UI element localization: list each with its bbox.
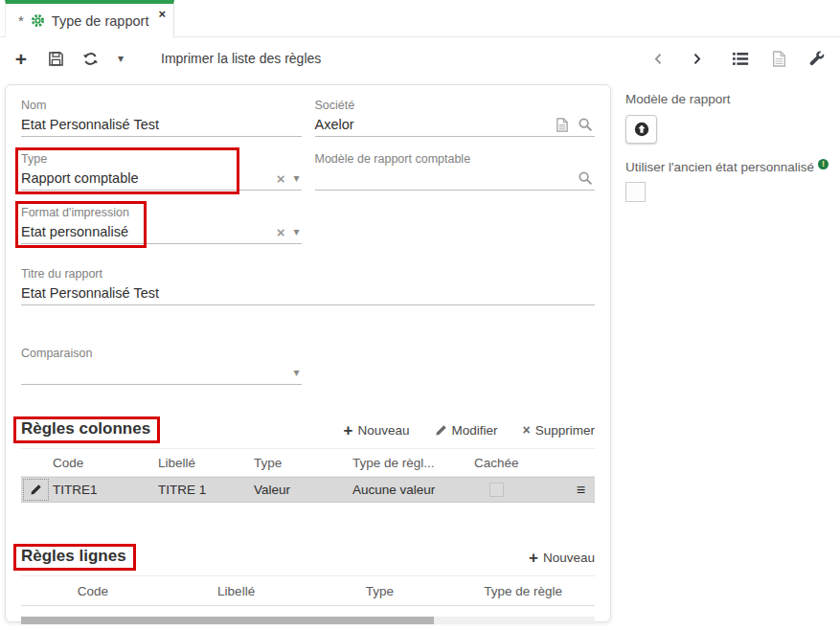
colonnes-edit-button[interactable]: Modifier xyxy=(435,423,498,438)
field-modele-comptable: Modèle de rapport comptable xyxy=(315,152,596,191)
horizontal-scrollbar[interactable] xyxy=(21,617,595,624)
side-panel: Modèle de rapport Utiliser l'ancien état… xyxy=(625,92,834,202)
edit-button-label: Modifier xyxy=(452,423,498,438)
titre-value: Etat Personnalisé Test xyxy=(21,285,595,301)
comparaison-label: Comparaison xyxy=(21,347,302,361)
scrollbar-thumb[interactable] xyxy=(21,617,434,624)
clear-icon[interactable]: × xyxy=(277,171,285,186)
ancien-etat-checkbox[interactable] xyxy=(625,182,646,202)
societe-value: Axelor xyxy=(315,117,556,132)
regles-lignes-header: Règles lignes + Nouveau xyxy=(21,544,595,576)
regles-lignes-title: Règles lignes xyxy=(13,544,136,571)
colonnes-delete-button[interactable]: × Supprimer xyxy=(523,423,595,438)
field-type: Type Rapport comptable × ▾ xyxy=(21,152,302,191)
search-icon[interactable] xyxy=(578,117,593,132)
cachee-checkbox[interactable] xyxy=(489,483,504,497)
save-icon xyxy=(48,51,64,67)
upload-arrow-icon xyxy=(634,122,649,137)
plus-icon: + xyxy=(344,422,353,439)
type-label: Type xyxy=(21,152,302,167)
plus-icon: + xyxy=(15,49,27,69)
search-icon[interactable] xyxy=(578,170,593,186)
modele-comptable-label: Modèle de rapport comptable xyxy=(315,152,596,167)
col-header-code[interactable]: Code xyxy=(21,584,165,598)
format-impression-value: Etat personnalisé xyxy=(21,224,277,239)
attachment-page-icon[interactable] xyxy=(769,51,788,67)
clear-icon[interactable]: × xyxy=(277,225,285,239)
row-menu-icon[interactable]: ≡ xyxy=(560,482,595,499)
titre-label: Titre du rapport xyxy=(21,267,595,281)
chevron-down-icon: ▾ xyxy=(118,52,131,65)
chevron-down-icon[interactable]: ▾ xyxy=(293,226,299,237)
regles-colonnes-header: Règles colonnes + Nouveau Modifier × Sup… xyxy=(21,416,595,449)
form-card: Nom Etat Personnalisé Test Société Axelo… xyxy=(5,84,611,622)
new-button-label: Nouveau xyxy=(357,423,409,438)
unsaved-marker: * xyxy=(18,12,24,29)
titre-input[interactable]: Etat Personnalisé Test xyxy=(21,284,595,305)
info-icon[interactable]: ! xyxy=(818,159,829,169)
col-header-libelle[interactable]: Libellé xyxy=(165,584,308,598)
format-impression-select[interactable]: Etat personnalisé × ▾ xyxy=(21,223,302,244)
document-icon[interactable] xyxy=(556,118,569,132)
cell-libelle: TITRE 1 xyxy=(158,483,254,497)
col-header-code[interactable]: Code xyxy=(53,456,158,470)
regles-colonnes-title: Règles colonnes xyxy=(13,416,160,443)
col-header-type-regle[interactable]: Type de règl... xyxy=(352,456,474,470)
toolbar-right xyxy=(629,51,827,67)
tools-wrench-button[interactable] xyxy=(807,51,827,66)
chevron-down-icon[interactable]: ▾ xyxy=(293,367,299,378)
field-societe: Société Axelor xyxy=(315,99,596,137)
delete-button-label: Supprimer xyxy=(535,423,595,438)
new-record-button[interactable]: + xyxy=(11,49,31,69)
x-icon: × xyxy=(523,423,531,437)
new-button-label: Nouveau xyxy=(543,551,595,565)
type-value: Rapport comptable xyxy=(21,170,277,186)
gear-icon xyxy=(31,13,45,28)
col-header-type[interactable]: Type xyxy=(254,456,352,470)
tab-title: Type de rapport xyxy=(52,13,149,29)
nom-input[interactable]: Etat Personnalisé Test xyxy=(21,116,302,137)
toolbar-more-button[interactable]: ▾ xyxy=(115,52,134,65)
tab-close-icon[interactable]: × xyxy=(158,7,166,21)
colonnes-table-row[interactable]: TITRE1 TITRE 1 Valeur Aucune valeur ≡ xyxy=(21,477,595,503)
societe-input[interactable]: Axelor xyxy=(315,116,596,137)
cell-type: Valeur xyxy=(254,483,352,497)
nom-label: Nom xyxy=(21,99,302,113)
col-header-libelle[interactable]: Libellé xyxy=(158,456,254,470)
next-record-button[interactable] xyxy=(687,52,706,66)
cell-type-regle: Aucune valeur xyxy=(352,483,474,497)
tab-bar: * Type de rapport × xyxy=(0,0,840,37)
colonnes-table-header: Code Libellé Type Type de règl... Cachée xyxy=(21,449,595,477)
chevron-down-icon[interactable]: ▾ xyxy=(293,172,299,184)
format-impression-label: Format d'impression xyxy=(21,206,302,220)
print-rules-button[interactable]: Imprimer la liste des règles xyxy=(161,51,321,66)
field-format-impression: Format d'impression Etat personnalisé × … xyxy=(21,206,302,244)
pencil-icon xyxy=(435,424,447,437)
list-view-button[interactable] xyxy=(731,52,750,66)
lignes-new-button[interactable]: + Nouveau xyxy=(529,550,595,566)
col-header-type[interactable]: Type xyxy=(308,584,452,598)
nom-value: Etat Personnalisé Test xyxy=(21,117,302,132)
ancien-etat-label: Utiliser l'ancien état personnalisé xyxy=(625,160,814,174)
type-select[interactable]: Rapport comptable × ▾ xyxy=(21,169,302,191)
col-header-type-regle[interactable]: Type de règle xyxy=(451,584,595,598)
comparaison-select[interactable]: ▾ xyxy=(21,364,302,385)
toolbar: + ▾ Imprimer la liste des règles xyxy=(0,37,840,79)
lignes-table-header: Code Libellé Type Type de règle xyxy=(21,576,595,606)
cell-code: TITRE1 xyxy=(53,483,158,497)
modele-rapport-label: Modèle de rapport xyxy=(625,92,834,106)
modele-comptable-input[interactable] xyxy=(315,169,596,191)
upload-button[interactable] xyxy=(625,115,657,144)
prev-record-button[interactable] xyxy=(648,52,668,66)
tab-type-de-rapport[interactable]: * Type de rapport × xyxy=(5,0,174,37)
refresh-button[interactable] xyxy=(80,51,100,67)
field-comparaison: Comparaison ▾ xyxy=(21,347,302,385)
societe-label: Société xyxy=(315,99,596,113)
field-titre: Titre du rapport Etat Personnalisé Test xyxy=(21,267,595,305)
save-button[interactable] xyxy=(46,51,65,67)
refresh-icon xyxy=(82,51,99,67)
colonnes-new-button[interactable]: + Nouveau xyxy=(344,422,410,439)
col-header-cachee[interactable]: Cachée xyxy=(474,456,560,470)
row-edit-button[interactable] xyxy=(23,479,49,501)
field-nom: Nom Etat Personnalisé Test xyxy=(21,99,302,137)
